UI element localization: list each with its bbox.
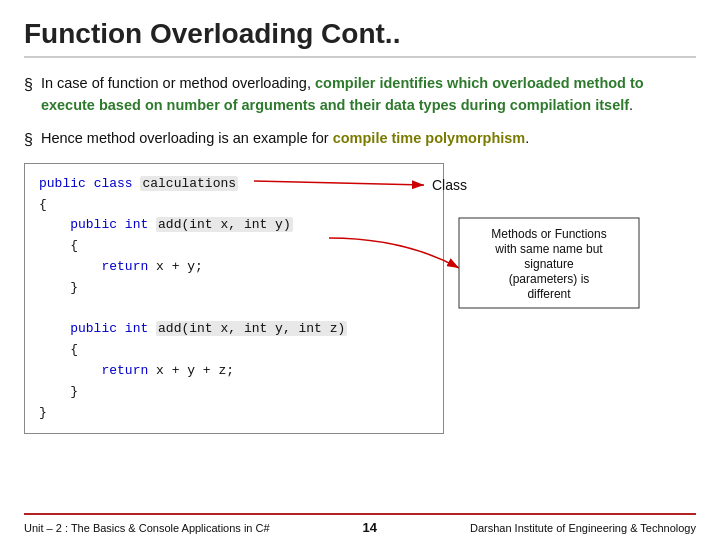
bullet-item-2: § Hence method overloading is an example… xyxy=(24,127,696,153)
bullet-symbol-2: § xyxy=(24,128,33,153)
footer-page-number: 14 xyxy=(363,520,377,535)
footer: Unit – 2 : The Basics & Console Applicat… xyxy=(24,513,696,540)
bullet-item-1: § In case of function or method overload… xyxy=(24,72,696,117)
page: Function Overloading Cont.. § In case of… xyxy=(0,0,720,540)
bullet-text-1: In case of function or method overloadin… xyxy=(41,72,696,117)
bullet-list: § In case of function or method overload… xyxy=(24,68,696,513)
svg-text:Class: Class xyxy=(432,177,467,193)
page-title: Function Overloading Cont.. xyxy=(24,18,696,58)
footer-right: Darshan Institute of Engineering & Techn… xyxy=(470,522,696,534)
bullet-symbol-1: § xyxy=(24,73,33,98)
svg-text:Methods or Functions: Methods or Functions xyxy=(491,227,606,241)
footer-left: Unit – 2 : The Basics & Console Applicat… xyxy=(24,522,270,534)
svg-line-2 xyxy=(254,181,424,185)
code-container: public class calculations { public int a… xyxy=(24,163,696,393)
annotations-svg: Class Methods or Functions with same nam… xyxy=(24,163,704,393)
svg-text:with same name but: with same name but xyxy=(494,242,603,256)
bullet-text-2: Hence method overloading is an example f… xyxy=(41,127,529,149)
svg-text:signature: signature xyxy=(524,257,574,271)
highlight-polymorphism: compile time polymorphism xyxy=(333,130,526,146)
svg-text:(parameters) is: (parameters) is xyxy=(509,272,590,286)
svg-text:different: different xyxy=(527,287,571,301)
